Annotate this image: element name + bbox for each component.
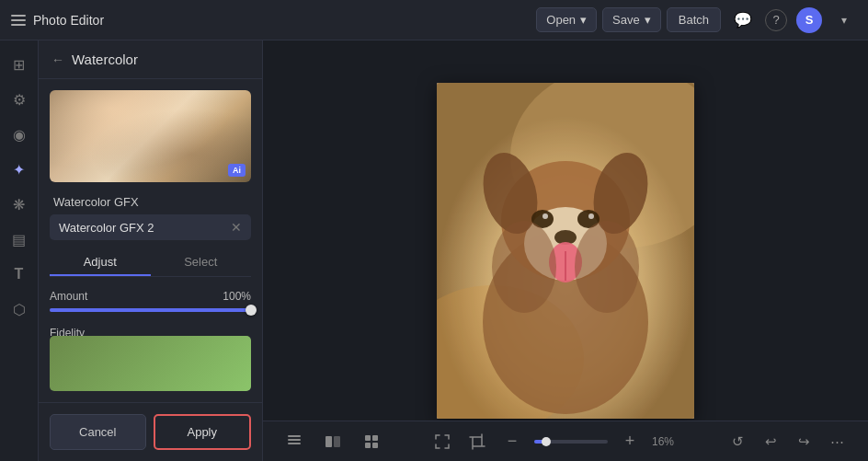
- chevron-down-icon: ▾: [645, 13, 651, 27]
- toolbar-left: [281, 429, 384, 455]
- apply-button[interactable]: Apply: [154, 414, 252, 450]
- nav-adjustments-icon[interactable]: ⚙: [5, 85, 34, 114]
- chevron-down-icon: ▾: [580, 13, 587, 27]
- effect-name-1[interactable]: Watercolor GFX: [50, 190, 251, 214]
- bottom-toolbar: − + 16% ↺ ↩ ↪ ⋯: [263, 421, 868, 461]
- fit-icon[interactable]: [429, 429, 455, 455]
- avatar[interactable]: S: [796, 7, 822, 33]
- batch-button[interactable]: Batch: [667, 7, 721, 32]
- help-icon[interactable]: ?: [765, 9, 787, 31]
- chevron-down-icon[interactable]: ▾: [831, 7, 857, 33]
- topbar-left: Photo Editor: [11, 13, 527, 28]
- nav-layers-icon[interactable]: ⊞: [5, 50, 34, 79]
- tab-select[interactable]: Select: [151, 249, 252, 276]
- zoom-percent: 16%: [652, 435, 680, 448]
- nav-effects-icon[interactable]: ✦: [5, 155, 34, 184]
- nav-text-icon[interactable]: T: [5, 259, 34, 289]
- tab-adjust[interactable]: Adjust: [50, 249, 151, 276]
- nav-shapes-icon[interactable]: ⬡: [5, 294, 34, 324]
- topbar-right: 💬 ? S ▾: [730, 7, 857, 33]
- panel-header: ← Watercolor: [39, 40, 262, 79]
- nav-layers2-icon[interactable]: ▤: [5, 225, 34, 254]
- panel-title: Watercolor: [72, 52, 138, 67]
- svg-rect-17: [437, 83, 694, 419]
- panel-content: Ai Watercolor GFX Watercolor GFX 2 ✕ Adj…: [39, 79, 262, 336]
- ai-badge: Ai: [228, 164, 246, 177]
- close-effect-icon[interactable]: ✕: [231, 220, 242, 235]
- effect-preview-image: Ai: [50, 90, 251, 182]
- side-panel: ← Watercolor Ai Watercolor GFX Watercolo…: [39, 40, 263, 461]
- fidelity-slider-row: Fidelity 1 2 3 4 5: [50, 327, 251, 336]
- svg-rect-25: [365, 443, 371, 448]
- grid-icon[interactable]: [359, 429, 384, 455]
- effect-name-2[interactable]: Watercolor GFX 2 ✕: [50, 214, 251, 240]
- svg-rect-23: [365, 435, 371, 441]
- app-title: Photo Editor: [33, 13, 104, 28]
- amount-slider-row: Amount 100%: [50, 290, 251, 312]
- canvas-image: [437, 83, 694, 419]
- tabs: Adjust Select: [50, 249, 251, 277]
- nav-creative-icon[interactable]: ❋: [5, 190, 34, 219]
- fidelity-label: Fidelity: [50, 327, 85, 336]
- amount-label: Amount: [50, 290, 87, 303]
- svg-rect-20: [288, 435, 301, 437]
- amount-value: 100%: [223, 290, 251, 303]
- topbar: Photo Editor Open ▾ Save ▾ Batch 💬 ? S ▾: [0, 0, 868, 40]
- back-button[interactable]: ←: [51, 52, 64, 67]
- toolbar-right: ↺ ↩ ↪ ⋯: [725, 429, 850, 455]
- zoom-slider-track: [534, 440, 608, 444]
- icon-nav: ⊞ ⚙ ◉ ✦ ❋ ▤ T ⬡: [0, 40, 39, 461]
- toolbar-center: − + 16%: [429, 429, 680, 455]
- svg-rect-26: [372, 443, 378, 448]
- redo-icon[interactable]: ↪: [791, 429, 817, 455]
- amount-fill: [50, 308, 251, 312]
- dog-illustration: [437, 83, 694, 419]
- bottom-thumbnail: [50, 336, 251, 391]
- chat-icon[interactable]: 💬: [730, 7, 756, 33]
- svg-rect-27: [473, 437, 482, 446]
- svg-rect-18: [288, 443, 301, 444]
- cancel-button[interactable]: Cancel: [50, 414, 146, 450]
- main: ⊞ ⚙ ◉ ✦ ❋ ▤ T ⬡ ← Watercolor Ai Watercol…: [0, 40, 868, 461]
- svg-rect-22: [334, 436, 340, 447]
- svg-rect-19: [288, 439, 301, 441]
- amount-track: [50, 308, 251, 312]
- save-button[interactable]: Save ▾: [602, 7, 661, 32]
- menu-icon[interactable]: [11, 15, 26, 26]
- zoom-out-icon[interactable]: −: [499, 429, 525, 455]
- compare-icon[interactable]: [320, 429, 346, 455]
- panel-buttons: Cancel Apply: [39, 402, 262, 461]
- svg-rect-24: [372, 435, 378, 441]
- amount-thumb[interactable]: [246, 305, 257, 316]
- zoom-in-icon[interactable]: +: [617, 429, 643, 455]
- undo-icon[interactable]: ↩: [758, 429, 783, 455]
- more-icon[interactable]: ⋯: [824, 429, 850, 455]
- rotate-left-icon[interactable]: ↺: [725, 429, 750, 455]
- canvas-area: − + 16% ↺ ↩ ↪ ⋯: [263, 40, 868, 461]
- open-button[interactable]: Open ▾: [536, 7, 597, 32]
- crop-icon[interactable]: [464, 429, 490, 455]
- nav-eye-icon[interactable]: ◉: [5, 120, 34, 149]
- topbar-center: Open ▾ Save ▾ Batch: [536, 7, 721, 32]
- svg-rect-21: [326, 436, 332, 447]
- zoom-thumb[interactable]: [542, 437, 551, 446]
- layers-icon[interactable]: [281, 429, 307, 455]
